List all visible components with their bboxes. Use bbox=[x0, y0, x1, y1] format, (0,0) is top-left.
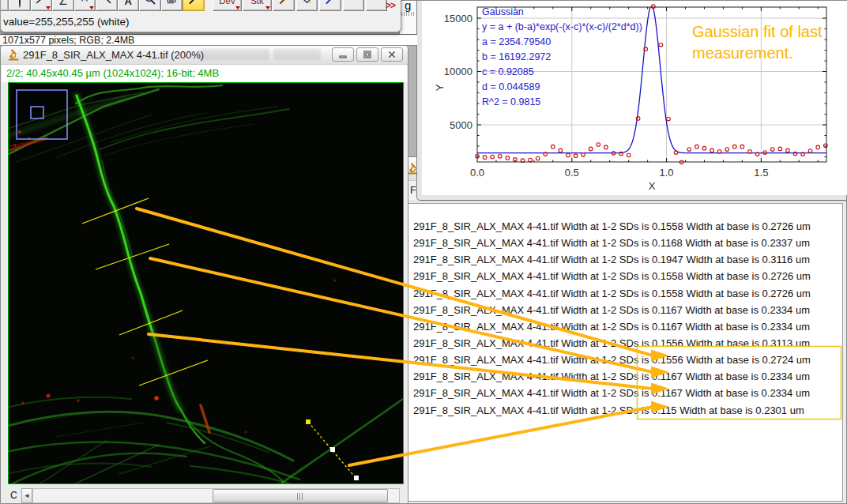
image-window-titlebar[interactable]: 291F_8_SIR_ALX_MAX 4-41.tif (200%) bbox=[1, 46, 408, 65]
imagej-desktop: F 291F_8_SIR_ALX_MAX 4-41.tif Width at 1… bbox=[0, 0, 847, 504]
oval-tool-button[interactable] bbox=[9, 0, 31, 11]
data-point bbox=[498, 155, 502, 159]
polygon-line-tool-button[interactable] bbox=[31, 0, 53, 11]
image-dimensions-info: 2/2; 40.45x40.45 µm (1024x1024); 16-bit;… bbox=[6, 67, 219, 79]
close-icon bbox=[387, 50, 397, 59]
scrollbar-thumb[interactable] bbox=[213, 489, 388, 502]
fit-param-a: a = 2354.79540 bbox=[482, 35, 642, 50]
tool-label: Dev bbox=[219, 0, 235, 6]
y-tick-label: 15000 bbox=[444, 13, 472, 24]
line-tool-button[interactable] bbox=[96, 0, 118, 11]
dropdown-marker-icon bbox=[89, 6, 94, 9]
more-tools-button[interactable]: >> bbox=[386, 0, 395, 11]
data-point bbox=[733, 145, 737, 149]
data-point bbox=[816, 145, 820, 149]
annotation-note-line2: measurement. bbox=[692, 43, 847, 64]
data-point bbox=[786, 149, 790, 152]
data-point bbox=[659, 43, 663, 47]
selection-handle[interactable] bbox=[354, 476, 359, 480]
fit-equation: y = a + (b-a)*exp(-(x-c)*(x-c)/(2*d*d)) bbox=[482, 20, 642, 35]
scrollbar-grip-icon bbox=[297, 493, 303, 500]
imagej-microscope-icon bbox=[7, 49, 20, 62]
image-window-title: 291F_8_SIR_ALX_MAX 4-41.tif (200%) bbox=[23, 49, 204, 61]
data-point bbox=[778, 147, 782, 151]
data-point bbox=[506, 156, 510, 160]
channel-scrollbar[interactable] bbox=[32, 488, 400, 503]
hand-icon bbox=[165, 0, 178, 9]
annotation-note-line1: Gaussian fit of last bbox=[692, 21, 847, 43]
brush-tool-button[interactable] bbox=[273, 0, 295, 11]
screenshot-artifact bbox=[273, 49, 321, 60]
y-tick-label: 10000 bbox=[444, 66, 472, 77]
log-row: 291F_8_SIR_ALX_MAX 4-41.tif Width at 1-2… bbox=[413, 302, 842, 318]
data-point bbox=[574, 154, 578, 158]
minimize-button[interactable] bbox=[332, 47, 354, 62]
close-button[interactable] bbox=[381, 47, 403, 62]
color-picker-tool-button[interactable] bbox=[183, 0, 205, 11]
fill-tool-button[interactable] bbox=[296, 0, 318, 11]
log-row: 291F_8_SIR_ALX_MAX 4-41.tif Width at 1-2… bbox=[413, 268, 842, 284]
fit-parameters-block: Gaussian y = a + (b-a)*exp(-(x-c)*(x-c)/… bbox=[482, 5, 642, 110]
micrograph-canvas[interactable] bbox=[8, 82, 404, 484]
y-axis-label: Y bbox=[434, 84, 446, 91]
dropdown-marker-icon bbox=[265, 6, 270, 9]
rectangle-tool-button[interactable] bbox=[0, 0, 9, 11]
data-point bbox=[536, 156, 540, 160]
restore-button[interactable] bbox=[356, 47, 378, 62]
point-tool-button[interactable] bbox=[74, 0, 96, 11]
data-point bbox=[667, 117, 671, 121]
angle-tool-button[interactable]: ∠ bbox=[52, 0, 74, 11]
log-file-menu[interactable]: F bbox=[410, 184, 416, 196]
background-window-sliver: g bbox=[399, 0, 417, 35]
log-row: 291F_8_SIR_ALX_MAX 4-41.tif Width at 1-2… bbox=[413, 335, 842, 352]
data-point bbox=[559, 149, 563, 152]
minimize-icon bbox=[338, 50, 348, 59]
selection-handle[interactable] bbox=[306, 419, 311, 424]
data-point bbox=[793, 152, 797, 156]
spare-slot-2[interactable] bbox=[366, 0, 388, 11]
zoom-tool-button[interactable] bbox=[139, 0, 161, 11]
picker2-tool-button[interactable] bbox=[319, 0, 341, 11]
data-point bbox=[551, 145, 555, 149]
image-window: 291F_8_SIR_ALX_MAX 4-41.tif (200%) 2/2; … bbox=[0, 45, 408, 504]
imagej-toolbar-window: ∠ADevStk value=255,255,255 (white) >> bbox=[0, 0, 401, 32]
data-point bbox=[529, 158, 533, 162]
brush-icon bbox=[277, 0, 290, 9]
annotation-note: Gaussian fit of last measurement. bbox=[692, 21, 847, 64]
log-window: F 291F_8_SIR_ALX_MAX 4-41.tif Width at 1… bbox=[404, 156, 847, 504]
text-tool-button[interactable]: A bbox=[118, 0, 140, 11]
fit-param-d: d = 0.044589 bbox=[482, 80, 642, 95]
scrollbar-left-arrow[interactable]: ◄ bbox=[21, 488, 32, 503]
data-point bbox=[604, 145, 608, 149]
data-point bbox=[702, 146, 706, 150]
data-point bbox=[491, 155, 495, 159]
log-content[interactable]: 291F_8_SIR_ALX_MAX 4-41.tif Width at 1-2… bbox=[406, 203, 843, 502]
x-tick-label: 0.0 bbox=[470, 167, 484, 179]
x-axis-label: X bbox=[649, 180, 656, 192]
dropdown-marker-icon bbox=[235, 6, 240, 9]
stk-menu-tool-button[interactable]: Stk bbox=[243, 0, 272, 11]
text-icon: A bbox=[125, 0, 132, 8]
spare-slot-1[interactable] bbox=[343, 0, 365, 11]
dropdown-marker-icon bbox=[46, 6, 51, 9]
data-point bbox=[740, 145, 744, 149]
hand-tool-button[interactable] bbox=[161, 0, 183, 11]
restore-icon bbox=[363, 50, 372, 59]
data-point bbox=[695, 145, 699, 149]
data-point bbox=[627, 153, 631, 157]
x-tick-label: 0.5 bbox=[565, 167, 579, 179]
data-point bbox=[483, 156, 487, 160]
log-row: 291F_8_SIR_ALX_MAX 4-41.tif Width at 1-2… bbox=[413, 402, 842, 419]
fit-curve-name: Gaussian bbox=[482, 5, 642, 20]
fit-r-squared: R^2 = 0.9815 bbox=[482, 95, 642, 110]
dev-menu-tool-button[interactable]: Dev bbox=[213, 0, 242, 11]
tiny-scrollbar-artifact bbox=[401, 12, 416, 16]
data-point bbox=[567, 153, 570, 157]
y-tick-label: 5000 bbox=[450, 119, 472, 131]
log-row: 291F_8_SIR_ALX_MAX 4-41.tif Width at 1-2… bbox=[413, 251, 842, 268]
data-point bbox=[808, 149, 812, 153]
selection-handle[interactable] bbox=[330, 447, 335, 452]
data-point bbox=[710, 149, 714, 152]
dropper2-icon bbox=[324, 0, 337, 9]
data-point bbox=[725, 148, 729, 152]
